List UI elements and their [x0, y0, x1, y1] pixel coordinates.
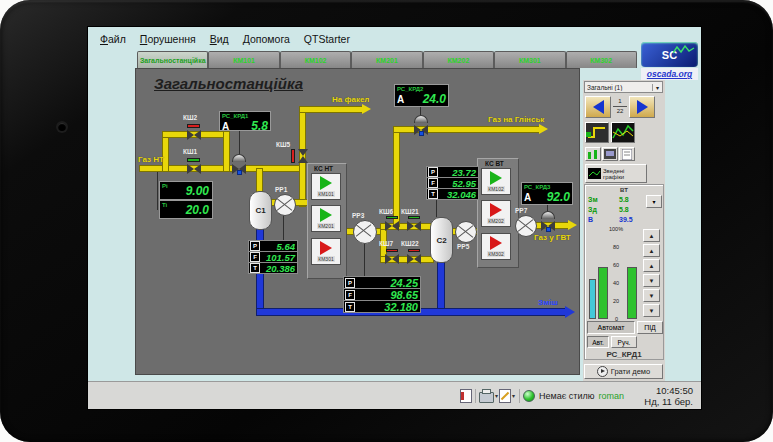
control-panel: Загальні (1) ▾ 1 22	[583, 80, 665, 382]
charts-view-button[interactable]	[611, 122, 635, 143]
tab-zagalnostanciyka[interactable]: Загальностанційка	[137, 51, 208, 68]
meter-pi[interactable]: Pi 9.00	[159, 181, 213, 200]
document-icon[interactable]	[460, 389, 472, 403]
menu-file[interactable]: Файл	[100, 33, 126, 45]
exchanger-pp5-label: РР5	[457, 243, 469, 250]
control-valve-krd1-actuator	[232, 154, 246, 162]
oscada-logo-icon: SC	[641, 42, 698, 67]
mode-pid-button[interactable]: ПІД	[637, 321, 663, 334]
sub-auto-button[interactable]: Авт.	[587, 336, 609, 348]
document-view-button[interactable]	[619, 147, 635, 161]
step-down-button[interactable]: ▼	[643, 274, 660, 287]
tab-km101[interactable]: КМ101	[208, 51, 279, 68]
arrow-left-icon	[593, 100, 604, 114]
compressor-km201[interactable]: КМ201	[311, 205, 341, 232]
group-select-combobox[interactable]: Загальні (1) ▾	[584, 81, 663, 93]
step-up-fast-button[interactable]: ▲	[643, 244, 660, 257]
valve-ksh5-label: КШ5	[276, 141, 290, 148]
exchanger-pp7-label: РР7	[515, 207, 527, 214]
compressor-km301[interactable]: КМ301	[311, 238, 341, 265]
valve-ksh22-label: КШ22	[401, 240, 419, 247]
compressor-km201-label: КМ201	[317, 223, 334, 229]
sub-manual-button[interactable]: Руч.	[611, 336, 637, 348]
printer-icon[interactable]	[479, 392, 494, 403]
valve-ksh5[interactable]	[298, 149, 308, 163]
tab-km301[interactable]: КМ301	[494, 51, 565, 68]
separator	[519, 389, 520, 403]
valve-ksh21-label: КШ21	[401, 208, 419, 215]
mode-auto-button[interactable]: Автомат	[587, 321, 635, 334]
valve-ksh22[interactable]	[407, 254, 421, 264]
compressor-km302[interactable]: КМ302	[481, 233, 511, 260]
gas-pipe	[163, 132, 168, 171]
tab-km202[interactable]: КМ202	[423, 51, 494, 68]
tab-km201[interactable]: КМ201	[351, 51, 422, 68]
separator-c2[interactable]: C2	[430, 217, 453, 263]
screen-view-button[interactable]	[602, 147, 618, 161]
exchanger-pp3[interactable]	[353, 220, 377, 244]
valve-ksh21[interactable]	[407, 221, 421, 231]
play-demo-button[interactable]: Грати демо	[584, 364, 663, 379]
menu-qtstarter[interactable]: QTStarter	[304, 33, 350, 45]
pv-label: Зм	[588, 196, 598, 203]
valve-ksh6-label: КШ6	[379, 208, 393, 215]
next-page-button[interactable]	[629, 96, 655, 118]
prev-page-button[interactable]	[585, 96, 611, 118]
valve-ksh7[interactable]	[385, 254, 399, 264]
status-led-icon	[523, 390, 535, 402]
document-icon	[622, 149, 632, 160]
regulator-krd3-display[interactable]: РС_КРД3 А 92.0	[521, 182, 573, 205]
regulator-krd1-display[interactable]: РС_КРД1 А 5.8	[219, 111, 271, 131]
valve-ksh7-label: КШ7	[379, 240, 393, 247]
exchanger-pp1[interactable]	[274, 194, 296, 216]
exchanger-pp5[interactable]	[455, 221, 477, 243]
meter-pft-c1[interactable]: P5.64 F101.57 T20.386	[248, 241, 298, 274]
gas-pipe	[224, 132, 229, 171]
compressor-km102[interactable]: КМ102	[481, 168, 511, 195]
regulator-krd2-display[interactable]: РС_КРД2 А 24.0	[394, 84, 449, 107]
page-current: 1	[613, 97, 627, 107]
valve-ksh6-state	[386, 216, 398, 219]
inlet-flow-label: Газ НТ	[138, 155, 164, 164]
tab-km302[interactable]: КМ302	[566, 51, 637, 68]
station-ks-vt-label: КС ВТ	[485, 160, 504, 167]
compressor-km101[interactable]: КМ101	[311, 173, 341, 200]
summary-graphs-label: Зведені графіки	[603, 168, 643, 180]
compressor-km202-label: КМ202	[487, 218, 504, 224]
output-bargraph	[589, 279, 596, 319]
valve-ksh1[interactable]	[187, 164, 201, 174]
chevron-down-icon[interactable]: ▾	[495, 392, 498, 399]
group-select-value: Загальні (1)	[585, 84, 652, 91]
control-valve-krd2-actuator	[414, 115, 428, 123]
meter-ti[interactable]: Ti 20.0	[159, 200, 213, 219]
bars-view-button[interactable]	[585, 147, 601, 161]
compressor-km202[interactable]: КМ202	[481, 200, 511, 227]
mnemo-view-button[interactable]	[585, 122, 609, 143]
screen: Файл Порушення Вид Допомога QTStarter За…	[88, 27, 701, 409]
step-min-button[interactable]: ▼	[643, 304, 660, 317]
param-dropdown-button[interactable]: ▾	[646, 195, 662, 208]
out-value: 39.5	[619, 216, 633, 223]
sp-label: Зд	[588, 206, 597, 213]
regulator-header: ВТ	[585, 187, 663, 193]
summary-graphs-button[interactable]: Зведені графіки	[585, 164, 647, 183]
separator-c1[interactable]: C1	[249, 191, 272, 230]
menu-help[interactable]: Допомога	[243, 33, 290, 45]
step-max-button[interactable]: ▲	[643, 229, 660, 242]
valve-ksh2[interactable]	[187, 130, 201, 140]
step-up-button[interactable]: ▲	[643, 259, 660, 272]
edit-document-icon[interactable]	[499, 389, 511, 403]
meter-pft-c2[interactable]: P23.72 F52.95 T32.046	[426, 167, 479, 200]
tab-km102[interactable]: КМ102	[280, 51, 351, 68]
param-letter: F	[345, 290, 355, 300]
valve-ksh6[interactable]	[385, 221, 399, 231]
menu-violations[interactable]: Порушення	[140, 33, 196, 45]
oscada-site-link[interactable]: oscada.org	[641, 68, 698, 80]
valve-ksh22-state	[408, 249, 420, 252]
meter-pft-ks-nt[interactable]: P24.25 F98.65 T32.180	[343, 277, 421, 313]
menu-view[interactable]: Вид	[210, 33, 229, 45]
chevron-down-icon[interactable]: ▾	[512, 392, 515, 399]
sp-bargraph	[627, 267, 637, 319]
step-down-fast-button[interactable]: ▼	[643, 289, 660, 302]
photo-background: Файл Порушення Вид Допомога QTStarter За…	[0, 0, 773, 442]
